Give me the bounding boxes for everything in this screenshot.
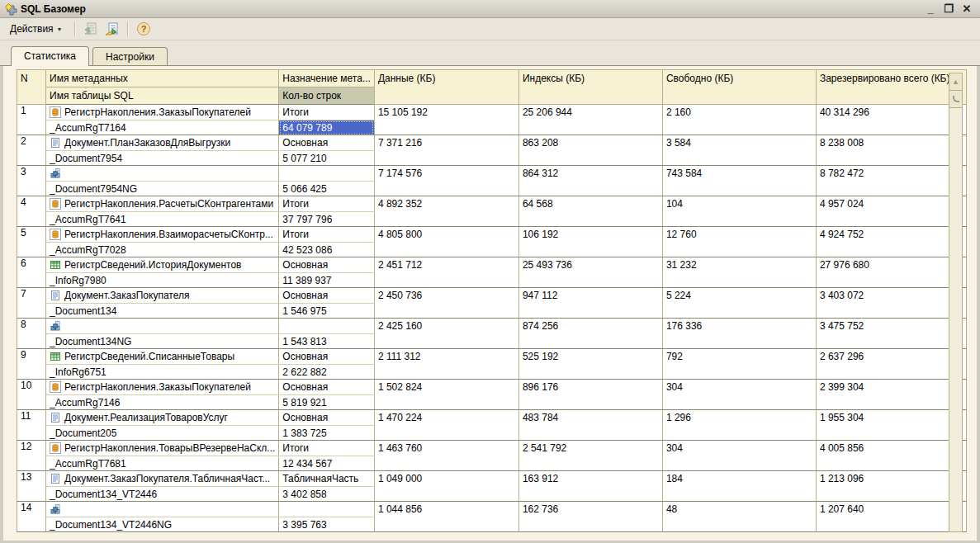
sql-table-name-cell[interactable]: _Document134NG (46, 334, 279, 349)
table-row[interactable]: 2 Документ.ПланЗаказовДляВыгрузки Основн… (17, 135, 967, 151)
header-reserved-kb[interactable]: Зарезервировано всего (КБ) (816, 70, 966, 105)
metadata-name-cell[interactable] (46, 319, 279, 334)
data-kb-cell[interactable]: 1 049 000 (374, 471, 518, 502)
purpose-cell[interactable]: Итоги (279, 441, 375, 456)
header-indexes-kb[interactable]: Индексы (КБ) (518, 70, 662, 105)
indexes-kb-cell[interactable]: 25 206 944 (518, 105, 662, 135)
indexes-kb-cell[interactable]: 874 256 (518, 319, 662, 349)
row-count-cell[interactable]: 42 523 086 (279, 243, 375, 257)
purpose-cell[interactable]: Основная (279, 288, 375, 304)
table-row[interactable]: 14 1 044 856 162 736 48 1 207 640 (17, 502, 967, 517)
reserved-kb-cell[interactable]: 3 403 072 (816, 288, 966, 319)
free-kb-cell[interactable]: 3 584 (662, 135, 816, 166)
free-kb-cell[interactable]: 104 (662, 196, 816, 227)
purpose-cell[interactable]: Основная (279, 410, 375, 426)
data-kb-cell[interactable]: 1 470 224 (374, 410, 518, 441)
row-count-cell[interactable]: 1 546 975 (279, 304, 375, 319)
reserved-kb-cell[interactable]: 40 314 296 (816, 105, 966, 135)
header-purpose[interactable]: Назначение мета... (279, 70, 375, 87)
reserved-kb-cell[interactable]: 4 957 024 (816, 196, 966, 227)
metadata-name-cell[interactable]: РегистрНакопления.ЗаказыПокупателей (46, 105, 279, 120)
free-kb-cell[interactable]: 304 (662, 380, 816, 410)
table-row[interactable]: 8 2 425 160 874 256 176 336 3 475 752 (17, 319, 967, 334)
sql-table-name-cell[interactable]: _Document134_VT2446NG (46, 517, 279, 532)
header-sql-table[interactable]: Имя таблицы SQL (46, 87, 279, 105)
row-count-cell[interactable]: 3 395 763 (279, 517, 375, 532)
reserved-kb-cell[interactable]: 8 782 472 (816, 166, 966, 196)
data-kb-cell[interactable]: 1 463 760 (374, 441, 518, 471)
scrollbar-thumb[interactable] (949, 91, 962, 108)
metadata-name-cell[interactable]: Документ.ЗаказПокупателя (46, 288, 279, 304)
metadata-name-cell[interactable]: РегистрСведений.ИсторияДокументов (46, 257, 279, 273)
row-count-cell[interactable]: 5 819 921 (279, 395, 375, 410)
indexes-kb-cell[interactable]: 525 192 (518, 349, 662, 380)
free-kb-cell[interactable]: 184 (662, 471, 816, 502)
indexes-kb-cell[interactable]: 25 493 736 (518, 257, 662, 288)
purpose-cell[interactable]: Итоги (279, 227, 375, 243)
table-row[interactable]: 12 РегистрНакопления.ТоварыВРезервеНаСкл… (17, 441, 967, 456)
header-metadata-name[interactable]: Имя метаданных (46, 70, 279, 87)
table-row[interactable]: 4 РегистрНакопления.РасчетыСКонтрагентам… (17, 196, 967, 212)
purpose-cell[interactable]: Основная (279, 380, 375, 395)
indexes-kb-cell[interactable]: 163 912 (518, 471, 662, 502)
row-count-cell[interactable]: 64 079 789 (279, 120, 375, 135)
sql-table-name-cell[interactable]: _Document134 (46, 304, 279, 319)
close-button[interactable]: ✕ (959, 2, 975, 17)
indexes-kb-cell[interactable]: 896 176 (518, 380, 662, 410)
unload-list-icon[interactable] (103, 20, 121, 38)
purpose-cell[interactable]: Итоги (279, 105, 375, 120)
free-kb-cell[interactable]: 31 232 (662, 257, 816, 288)
indexes-kb-cell[interactable]: 162 736 (518, 502, 662, 532)
row-count-cell[interactable]: 5 066 425 (279, 182, 375, 196)
metadata-name-cell[interactable]: РегистрНакопления.ЗаказыПокупателей (46, 380, 279, 395)
table-row[interactable]: 7 Документ.ЗаказПокупателя Основная 2 45… (17, 288, 967, 304)
data-kb-cell[interactable]: 7 371 216 (374, 135, 518, 166)
indexes-kb-cell[interactable]: 2 541 792 (518, 441, 662, 471)
scroll-up-button[interactable]: ▲ (949, 73, 962, 91)
free-kb-cell[interactable]: 792 (662, 349, 816, 380)
reserved-kb-cell[interactable]: 3 475 752 (816, 319, 966, 349)
indexes-kb-cell[interactable]: 64 568 (518, 196, 662, 227)
free-kb-cell[interactable]: 5 224 (662, 288, 816, 319)
actions-menu-button[interactable]: Действия ▼ (4, 21, 69, 37)
row-count-cell[interactable]: 5 077 210 (279, 151, 375, 166)
data-kb-cell[interactable]: 4 892 352 (374, 196, 518, 227)
reserved-kb-cell[interactable]: 27 976 680 (816, 257, 966, 288)
header-data-kb[interactable]: Данные (КБ) (374, 70, 518, 105)
reserved-kb-cell[interactable]: 1 955 304 (816, 410, 966, 441)
tab-settings[interactable]: Настройки (92, 47, 168, 65)
row-count-cell[interactable]: 1 543 813 (279, 334, 375, 349)
table-row[interactable]: 3 7 174 576 864 312 743 584 8 782 472 (17, 166, 967, 182)
header-free-kb[interactable]: Свободно (КБ) (662, 70, 816, 105)
metadata-name-cell[interactable]: РегистрНакопления.ВзаиморасчетыСКонтр... (46, 227, 279, 243)
free-kb-cell[interactable]: 304 (662, 441, 816, 471)
data-kb-cell[interactable]: 2 451 712 (374, 257, 518, 288)
data-kb-cell[interactable]: 2 450 736 (374, 288, 518, 319)
free-kb-cell[interactable]: 48 (662, 502, 816, 532)
indexes-kb-cell[interactable]: 947 112 (518, 288, 662, 319)
sql-table-name-cell[interactable]: _AccumRgT7641 (46, 212, 279, 227)
table-row[interactable]: 9 РегистрСведений.СписанныеТовары Основн… (17, 349, 967, 365)
row-count-cell[interactable]: 2 622 882 (279, 365, 375, 380)
table-row[interactable]: 1 РегистрНакопления.ЗаказыПокупателей Ит… (17, 105, 967, 120)
reserved-kb-cell[interactable]: 4 924 752 (816, 227, 966, 257)
reserved-kb-cell[interactable]: 1 213 096 (816, 471, 966, 502)
table-row[interactable]: 10 РегистрНакопления.ЗаказыПокупателей О… (17, 380, 967, 395)
purpose-cell[interactable] (279, 502, 375, 517)
header-row-count[interactable]: Кол-во строк (279, 87, 375, 105)
row-count-cell[interactable]: 11 389 937 (279, 273, 375, 288)
vertical-scrollbar[interactable]: ▲ (949, 73, 963, 532)
reserved-kb-cell[interactable]: 1 207 640 (816, 502, 966, 532)
purpose-cell[interactable]: Основная (279, 349, 375, 365)
data-kb-cell[interactable]: 1 044 856 (374, 502, 518, 532)
data-kb-cell[interactable]: 15 105 192 (374, 105, 518, 135)
minimize-button[interactable]: _ (922, 2, 939, 17)
free-kb-cell[interactable]: 743 584 (662, 166, 816, 196)
free-kb-cell[interactable]: 2 160 (662, 105, 816, 135)
metadata-name-cell[interactable] (46, 166, 279, 182)
help-icon[interactable]: ? (135, 20, 153, 38)
free-kb-cell[interactable]: 12 760 (662, 227, 816, 257)
data-kb-cell[interactable]: 2 111 312 (374, 349, 518, 380)
header-n[interactable]: N (17, 70, 46, 105)
sql-table-name-cell[interactable]: _AccumRg7146 (46, 395, 279, 410)
